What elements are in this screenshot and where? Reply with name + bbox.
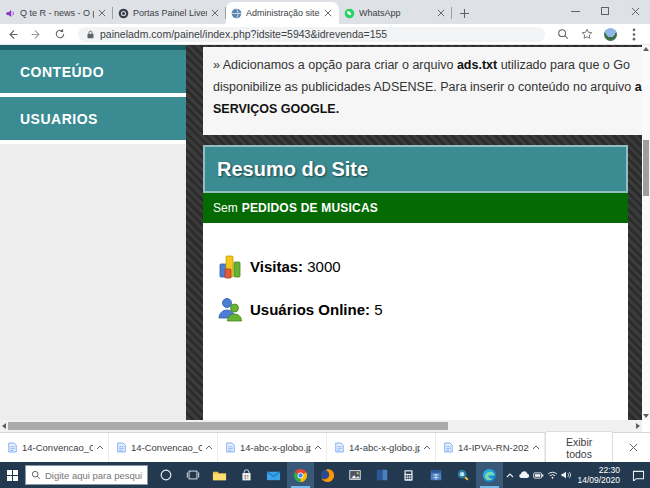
whatsapp-icon — [344, 8, 355, 19]
download-item[interactable]: 14-abc-x-globo.jpg — [327, 433, 436, 463]
battery-icon[interactable] — [531, 466, 545, 484]
chevron-up-icon[interactable] — [423, 445, 431, 450]
action-center-icon[interactable] — [626, 462, 650, 488]
browser-tab-bar: Q te R - news - O portal eletrôni Portas… — [0, 0, 650, 24]
chevron-up-icon[interactable] — [96, 445, 104, 450]
taskbar-search[interactable] — [25, 465, 148, 485]
visits-stat-row: Visitas: 3000 — [217, 253, 628, 280]
file-explorer-icon[interactable] — [206, 462, 233, 488]
tray-chevron-up-icon[interactable] — [503, 466, 517, 484]
restore-button[interactable] — [590, 0, 620, 22]
calculator-icon[interactable] — [395, 462, 422, 488]
onedrive-cloud-icon[interactable] — [517, 466, 531, 484]
horizontal-scroll-thumb[interactable] — [8, 422, 448, 430]
speaker-icon — [5, 8, 16, 19]
download-item[interactable]: 14-abc-x-globo.jpg — [218, 433, 327, 463]
calendar-icon[interactable] — [422, 462, 449, 488]
chevron-up-icon[interactable] — [532, 445, 540, 450]
file-icon — [444, 442, 453, 453]
file-icon — [8, 442, 17, 453]
zoom-icon[interactable] — [551, 25, 575, 43]
search-icon — [31, 470, 41, 480]
reload-icon[interactable] — [48, 25, 72, 43]
forward-icon[interactable] — [24, 25, 48, 43]
tab-title: Portas Painel Livemus — [133, 8, 207, 18]
summary-header: Resumo do Site — [203, 145, 628, 193]
bar-chart-icon — [217, 253, 244, 280]
music-requests-status-bar: SemPEDIDOS DE MUSICAS — [203, 193, 628, 223]
vertical-scroll-thumb[interactable] — [643, 140, 649, 196]
news-line-1: » Adicionamos a opção para criar o arqui… — [213, 54, 642, 76]
firefox-icon[interactable] — [314, 462, 341, 488]
task-view-icon[interactable] — [179, 462, 206, 488]
site-summary-panel: Resumo do Site SemPEDIDOS DE MUSICAS — [203, 145, 628, 420]
lock-icon — [86, 30, 95, 39]
tab-title: WhatsApp — [359, 8, 433, 18]
vertical-scrollbar[interactable] — [642, 45, 650, 420]
volume-icon[interactable] — [559, 466, 573, 484]
edge-icon[interactable] — [476, 462, 503, 488]
word-icon[interactable] — [368, 462, 395, 488]
search-app-icon[interactable] — [449, 462, 476, 488]
tab-title: Administração site logicahost — [246, 8, 320, 18]
new-tab-button[interactable] — [452, 2, 476, 24]
store-icon[interactable] — [233, 462, 260, 488]
minimize-button[interactable] — [560, 0, 590, 22]
mail-icon[interactable] — [260, 462, 287, 488]
users-icon — [217, 296, 244, 323]
scroll-left-icon[interactable] — [2, 423, 6, 429]
search-input[interactable] — [45, 470, 142, 481]
cortana-icon[interactable] — [152, 462, 179, 488]
download-item[interactable]: 14-Convencao_C...jpeg — [109, 433, 218, 463]
summary-title: Resumo do Site — [217, 158, 368, 181]
download-item[interactable]: 14-Convencao_Ca...jpg — [0, 433, 109, 463]
file-icon — [117, 442, 126, 453]
downloads-close-icon[interactable] — [625, 438, 642, 458]
network-icon[interactable] — [545, 466, 559, 484]
scroll-up-icon[interactable] — [643, 47, 649, 51]
start-button[interactable] — [0, 462, 25, 488]
download-item[interactable]: 14-IPVA-RN-2020-...jpg — [436, 433, 545, 463]
window-controls — [560, 0, 650, 22]
tab-close-icon[interactable] — [96, 7, 108, 19]
profile-avatar[interactable] — [604, 28, 617, 41]
bookmark-star-icon[interactable] — [575, 25, 599, 43]
download-filename: 14-abc-x-globo.jpg — [240, 442, 311, 453]
windows-logo-icon — [7, 470, 18, 481]
scroll-right-icon[interactable] — [636, 423, 640, 429]
file-icon — [335, 442, 344, 453]
back-icon[interactable] — [0, 25, 24, 43]
download-filename: 14-Convencao_Ca...jpg — [22, 442, 93, 453]
sidebar-item-label: USUARIOS — [20, 111, 98, 127]
sidebar-item-conteudo[interactable]: CONTEÚDO — [0, 50, 186, 93]
clock-time: 22:30 — [577, 465, 620, 475]
news-line-2: disponibilize as publicidades ADSENSE. P… — [213, 76, 642, 98]
file-icon — [226, 442, 235, 453]
users-online-text: Usuários Online: 5 — [250, 301, 383, 318]
tab-livemus[interactable]: Portas Painel Livemus — [113, 2, 226, 24]
photos-icon[interactable] — [341, 462, 368, 488]
tab-close-icon[interactable] — [209, 7, 221, 19]
tab-admin-site[interactable]: Administração site logicahost — [226, 2, 339, 24]
tab-news[interactable]: Q te R - news - O portal eletrôni — [0, 2, 113, 24]
downloads-bar: 14-Convencao_Ca...jpg 14-Convencao_C...j… — [0, 432, 650, 462]
taskbar-clock[interactable]: 22:30 14/09/2020 — [577, 465, 620, 485]
tab-close-icon[interactable] — [322, 7, 334, 19]
sidebar-separator — [0, 140, 186, 144]
show-all-downloads-button[interactable]: Exibir todos — [545, 431, 613, 465]
close-button[interactable] — [620, 0, 650, 22]
tab-whatsapp[interactable]: WhatsApp — [339, 2, 452, 24]
chrome-icon[interactable] — [287, 462, 314, 488]
livemus-icon — [118, 8, 129, 19]
chevron-up-icon[interactable] — [205, 445, 213, 450]
sidebar-item-usuarios[interactable]: USUARIOS — [0, 97, 186, 140]
clock-date: 14/09/2020 — [577, 475, 620, 485]
visits-text: Visitas: 3000 — [250, 258, 341, 275]
chevron-up-icon[interactable] — [314, 445, 322, 450]
scroll-down-icon[interactable] — [643, 414, 649, 418]
address-bar[interactable]: paineladm.com/painel/index.php?idsite=59… — [78, 27, 545, 42]
system-tray: 22:30 14/09/2020 — [503, 462, 650, 488]
tab-close-icon[interactable] — [435, 7, 447, 19]
url-text: paineladm.com/painel/index.php?idsite=59… — [100, 28, 387, 40]
menu-dots-icon[interactable] — [622, 25, 646, 43]
